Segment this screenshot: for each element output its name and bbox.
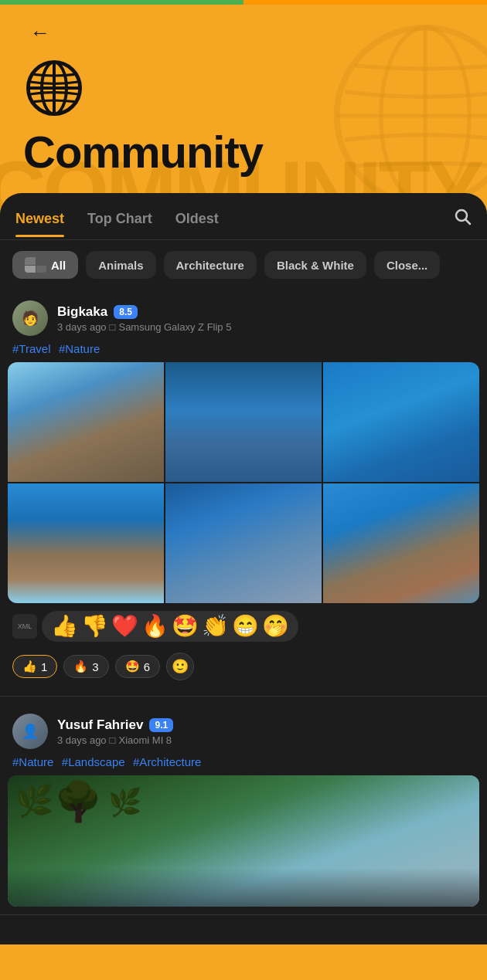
emoji-thumbs-down[interactable]: 👎 (81, 615, 108, 637)
post-header-2: 👤 Yusuf Fahriev 9.1 3 days ago □ Xiaomi … (0, 703, 487, 755)
photo-grid-2[interactable]: 🌿 🌳 🌿 (8, 775, 479, 907)
reaction-bar-1: XML 👍 👎 ❤️ 🔥 🤩 👏 😁 🤭 (0, 603, 487, 646)
page-title: Community (23, 126, 464, 178)
photo-4[interactable] (8, 483, 164, 603)
category-all[interactable]: All (12, 251, 78, 279)
category-filter-bar: All Animals Architecture Black & White C… (0, 240, 487, 290)
post-tags-1: #Travel #Nature (0, 342, 487, 362)
add-reaction-button[interactable]: 🙂 (166, 653, 194, 680)
tab-top-chart[interactable]: Top Chart (87, 211, 152, 236)
tab-oldest[interactable]: Oldest (175, 211, 219, 236)
page-header: ← Community (0, 0, 487, 178)
post-card-2: 👤 Yusuf Fahriev 9.1 3 days ago □ Xiaomi … (0, 703, 487, 915)
emoji-clap[interactable]: 👏 (202, 615, 229, 637)
category-black-white[interactable]: Black & White (264, 251, 366, 279)
post-tags-2: #Nature #Landscape #Architecture (0, 755, 487, 775)
file-icon[interactable]: XML (12, 614, 37, 639)
tag-landscape[interactable]: #Landscape (62, 755, 125, 768)
photo-2[interactable] (165, 362, 322, 482)
username-2: Yusuf Fahriev (57, 717, 143, 733)
tag-nature-2[interactable]: #Nature (12, 755, 53, 768)
top-status-bar (0, 0, 487, 5)
avatar-yusuf: 👤 (12, 714, 48, 749)
emoji-thumbs-up[interactable]: 👍 (51, 615, 78, 637)
back-button[interactable]: ← (23, 15, 57, 49)
post-meta-2: Yusuf Fahriev 9.1 3 days ago □ Xiaomi MI… (57, 717, 475, 746)
emoji-grin[interactable]: 😁 (232, 615, 259, 637)
tag-architecture[interactable]: #Architecture (133, 755, 201, 768)
svg-line-9 (466, 220, 471, 225)
photo-1[interactable] (8, 362, 164, 482)
main-card: Newest Top Chart Oldest All Animals Ar (0, 193, 487, 944)
category-close-up[interactable]: Close... (374, 251, 440, 279)
tag-travel[interactable]: #Travel (12, 342, 50, 355)
post-device-2: 3 days ago □ Xiaomi MI 8 (57, 734, 475, 746)
search-button[interactable] (453, 207, 472, 239)
category-architecture[interactable]: Architecture (164, 251, 257, 279)
emoji-shush[interactable]: 🤭 (262, 615, 289, 637)
score-badge-2: 9.1 (149, 718, 173, 732)
category-animals[interactable]: Animals (86, 251, 155, 279)
score-badge-1: 8.5 (114, 305, 138, 319)
tab-bar: Newest Top Chart Oldest (0, 193, 487, 240)
react-thumbs-up-count[interactable]: 👍 1 (12, 655, 57, 678)
photo-grid-1 (8, 362, 479, 603)
avatar-bigkaka: 🧑 (12, 300, 48, 336)
react-star-eyes-count[interactable]: 🤩 6 (115, 655, 160, 678)
emoji-picker-popup: 👍 👎 ❤️ 🔥 🤩 👏 😁 🤭 (42, 611, 298, 642)
react-fire-count[interactable]: 🔥 3 (63, 655, 108, 678)
post-meta-1: Bigkaka 8.5 3 days ago □ Samsung Galaxy … (57, 304, 475, 333)
reaction-counts-1: 👍 1 🔥 3 🤩 6 🙂 (0, 646, 487, 688)
tab-newest[interactable]: Newest (15, 211, 64, 236)
photo-6[interactable] (323, 483, 479, 603)
photo-3[interactable] (323, 362, 479, 482)
post-card-1: 🧑 Bigkaka 8.5 3 days ago □ Samsung Galax… (0, 290, 487, 697)
username-1: Bigkaka (57, 304, 107, 320)
emoji-star-eyes[interactable]: 🤩 (172, 615, 199, 637)
back-arrow-icon: ← (30, 21, 50, 45)
post-header-1: 🧑 Bigkaka 8.5 3 days ago □ Samsung Galax… (0, 290, 487, 342)
reaction-section: XML 👍 👎 ❤️ 🔥 🤩 👏 😁 🤭 (0, 603, 487, 646)
tag-nature[interactable]: #Nature (59, 342, 100, 355)
globe-icon (23, 57, 464, 122)
post-device-1: 3 days ago □ Samsung Galaxy Z Flip 5 (57, 321, 475, 333)
photo-5[interactable] (165, 483, 322, 603)
emoji-fire[interactable]: 🔥 (141, 615, 169, 637)
emoji-heart[interactable]: ❤️ (111, 615, 138, 637)
